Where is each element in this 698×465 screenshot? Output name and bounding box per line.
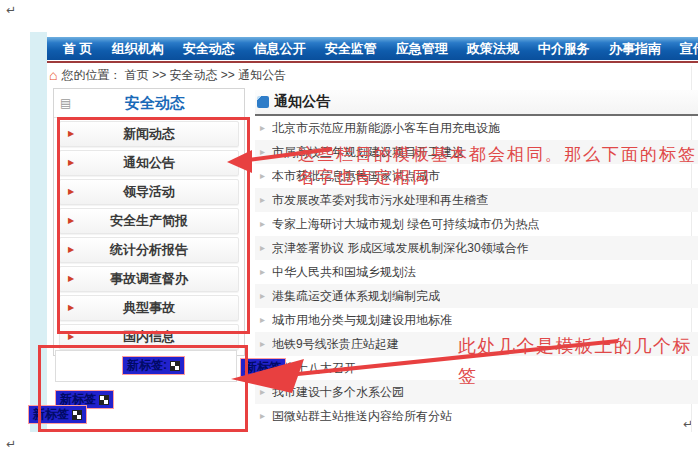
arrow-bullet-icon: ▸ (260, 411, 265, 421)
announcement-row[interactable]: ▸ 本市获批信息惠民国家试点城市 (255, 164, 698, 188)
triangle-bullet-icon: ▶ (68, 159, 82, 167)
arrow-bullet-icon: ▸ (260, 219, 265, 229)
announcement-row[interactable]: ▸ 地铁9号线张贵庄站起建 (255, 332, 698, 356)
announcement-row[interactable]: ▸ 喜迎十八大召开 (255, 356, 698, 380)
announcement-title: 港集疏运交通体系规划编制完成 (272, 288, 440, 305)
announcement-row[interactable]: ▸ 港集疏运交通体系规划编制完成 (255, 284, 698, 308)
top-navigation-bar: 首 页 组织机构 安全动态 信息公开 安全监管 应急管理 政策法规 中介服务 办… (47, 37, 698, 60)
nav-item[interactable]: 组织机构 (112, 40, 164, 58)
template-tag-label: 新标签 (245, 359, 281, 376)
announcement-title: 市发展改革委对我市污水处理和再生稽查 (272, 192, 488, 209)
sidebar-item[interactable]: ▶ 国内信息 (59, 324, 239, 350)
sidebar-item[interactable]: ▶ 新闻动态 (59, 121, 239, 147)
paragraph-mark-icon: ↵ (6, 4, 16, 16)
triangle-bullet-icon: ▶ (68, 130, 82, 138)
announcement-row[interactable]: ▸ 城市用地分类与规划建设用地标准 (255, 308, 698, 332)
nav-item[interactable]: 中介服务 (538, 40, 590, 58)
nav-item[interactable]: 办事指南 (609, 40, 661, 58)
nav-item[interactable]: 安全监管 (325, 40, 377, 58)
announcement-row[interactable]: ▸ 市发展改革委对我市污水处理和再生稽查 (255, 188, 698, 212)
announcement-title: 地铁9号线张贵庄站起建 (272, 336, 399, 353)
sidebar-item[interactable]: ▶ 通知公告 (59, 150, 239, 176)
breadcrumb-text[interactable]: 您的位置： 首页 >> 安全动态 >> 通知公告 (61, 67, 286, 84)
screenshot-canvas: ↵ ↵ ↵ 首 页 组织机构 安全动态 信息公开 安全监管 应急管理 政策法规 … (0, 0, 698, 465)
sidebar-item-label: 统计分析报告 (82, 241, 230, 259)
nav-item[interactable]: 宣传 (680, 40, 698, 58)
sidebar-item[interactable]: ▶ 安全生产简报 (59, 208, 239, 234)
sidebar-item[interactable]: ▶ 事故调查督办 (59, 266, 239, 292)
triangle-bullet-icon: ▶ (68, 304, 82, 312)
announcement-row[interactable]: ▸ 我市建设十多个水系公园 (255, 380, 698, 404)
arrow-bullet-icon: ▸ (260, 123, 265, 133)
triangle-bullet-icon: ▶ (68, 217, 82, 225)
arrow-bullet-icon: ▸ (260, 291, 265, 301)
arrow-bullet-icon: ▸ (260, 387, 265, 397)
sidebar-item-label: 新闻动态 (82, 125, 230, 143)
nav-item[interactable]: 首 页 (63, 40, 93, 58)
sidebar-items: ▶ 新闻动态 ▶ 通知公告 ▶ 领导活动 ▶ 安全生产简报 (54, 121, 244, 350)
breadcrumb: ⌂ 您的位置： 首页 >> 安全动态 >> 通知公告 (49, 67, 286, 83)
arrow-bullet-icon: ▸ (260, 147, 265, 157)
notice-panel: 通知公告 ▸ 北京市示范应用新能源小客车自用充电设施 ▸ 市属高校三年规划建设项… (255, 90, 698, 428)
sidebar-header: ▤ 安全动态 (54, 89, 244, 118)
arrow-bullet-icon: ▸ (260, 315, 265, 325)
announcement-title: 京津签署协议 形成区域发展机制深化30领域合作 (272, 240, 529, 257)
sidebar-item[interactable]: ▶ 统计分析报告 (59, 237, 239, 263)
sidebar-item-label: 国内信息 (82, 328, 230, 346)
announcement-row[interactable]: ▸ 国微站群主站推送内容给所有分站 (255, 404, 698, 428)
announcement-title: 中华人民共和国城乡规划法 (272, 264, 416, 281)
notice-panel-header: 通知公告 (255, 90, 698, 116)
tag-edit-icon (72, 410, 82, 420)
nav-bottom-divider (47, 61, 698, 63)
nav-item[interactable]: 信息公开 (254, 40, 306, 58)
tag-edit-icon (99, 395, 109, 405)
menu-list-icon: ▤ (60, 96, 71, 110)
template-tag[interactable]: 新标签 (28, 405, 87, 424)
sidebar-title: 安全动态 (71, 94, 238, 113)
announcement-title: 北京市示范应用新能源小客车自用充电设施 (272, 120, 500, 137)
announcement-title: 本市获批信息惠民国家试点城市 (272, 168, 440, 185)
nav-item[interactable]: 安全动态 (183, 40, 235, 58)
triangle-bullet-icon: ▶ (68, 246, 82, 254)
template-tag[interactable]: 新标签: (122, 356, 185, 375)
announcement-title: 我市建设十多个水系公园 (272, 384, 404, 401)
arrow-bullet-icon: ▸ (260, 171, 265, 181)
sidebar-item-label: 典型事故 (82, 299, 230, 317)
home-icon: ⌂ (49, 68, 57, 82)
triangle-bullet-icon: ▶ (68, 275, 82, 283)
paragraph-mark-icon: ↵ (6, 438, 16, 450)
sidebar-item-label: 安全生产简报 (82, 212, 230, 230)
announcement-list: ▸ 北京市示范应用新能源小客车自用充电设施 ▸ 市属高校三年规划建设项目开工建设… (255, 116, 698, 428)
announcement-title: 专家上海研讨大城市规划 绿色可持续城市仍为热点 (272, 216, 539, 233)
triangle-bullet-icon: ▶ (68, 188, 82, 196)
template-tag-label: 新标签: (127, 357, 167, 374)
sidebar-item[interactable]: ▶ 典型事故 (59, 295, 239, 321)
triangle-bullet-icon: ▶ (68, 333, 82, 341)
notice-panel-title: 通知公告 (274, 93, 330, 111)
nav-item[interactable]: 应急管理 (396, 40, 448, 58)
sidebar-menu: ▤ 安全动态 ▶ 新闻动态 ▶ 通知公告 ▶ 领导活动 (53, 88, 245, 356)
announcement-row[interactable]: ▸ 北京市示范应用新能源小客车自用充电设施 (255, 116, 698, 140)
sidebar-item[interactable]: ▶ 领导活动 (59, 179, 239, 205)
tag-edit-icon (170, 361, 180, 371)
notice-panel-icon (257, 96, 269, 108)
nav-item[interactable]: 政策法规 (467, 40, 519, 58)
announcement-row[interactable]: ▸ 中华人民共和国城乡规划法 (255, 260, 698, 284)
page-left-margin-strip (30, 32, 47, 432)
sidebar-item-label: 事故调查督办 (82, 270, 230, 288)
announcement-title: 城市用地分类与规划建设用地标准 (272, 312, 452, 329)
sidebar-item-label: 领导活动 (82, 183, 230, 201)
sidebar-item-label: 通知公告 (82, 154, 230, 172)
arrow-bullet-icon: ▸ (260, 195, 265, 205)
template-tag[interactable]: 新标签 (240, 358, 286, 377)
announcement-row[interactable]: ▸ 市属高校三年规划建设项目开工建设 (255, 140, 698, 164)
announcement-title: 国微站群主站推送内容给所有分站 (272, 408, 452, 425)
arrow-bullet-icon: ▸ (260, 339, 265, 349)
template-tag-label: 新标签 (33, 406, 69, 423)
arrow-bullet-icon: ▸ (260, 243, 265, 253)
announcement-row[interactable]: ▸ 京津签署协议 形成区域发展机制深化30领域合作 (255, 236, 698, 260)
announcement-row[interactable]: ▸ 专家上海研讨大城市规划 绿色可持续城市仍为热点 (255, 212, 698, 236)
arrow-bullet-icon: ▸ (260, 267, 265, 277)
announcement-title: 市属高校三年规划建设项目开工建设 (272, 144, 464, 161)
